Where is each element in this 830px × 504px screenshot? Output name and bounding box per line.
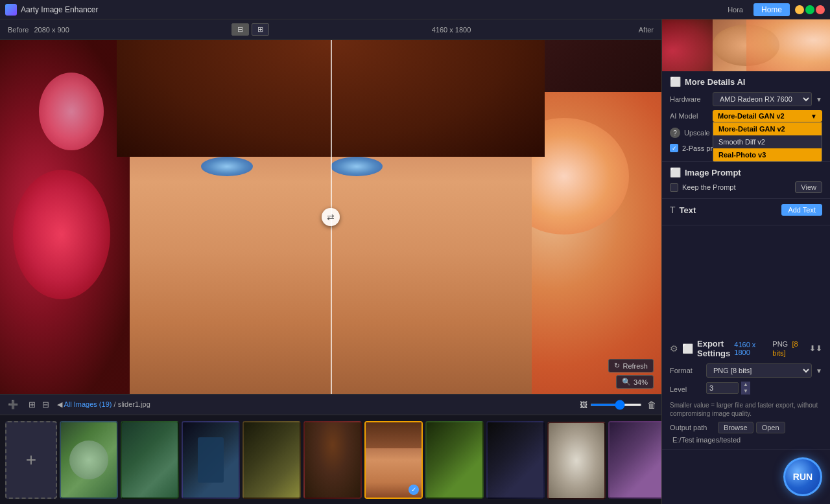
export-icon: ⬜	[682, 343, 693, 354]
titlebar: Aarty Image Enhancer Hora Home	[0, 0, 830, 19]
ai-model-option-real-photo[interactable]: Real-Photo v3	[713, 148, 822, 161]
level-input-group: ▲ ▼	[706, 382, 750, 395]
selected-checkmark: ✓	[409, 485, 419, 495]
run-button[interactable]: RUN	[783, 457, 822, 496]
thumbnail-item-1[interactable]	[60, 421, 118, 499]
ai-model-dropdown: More-Detail GAN v2 ▼ More-Detail GAN v2 …	[713, 110, 822, 122]
ai-model-option-smooth-diff[interactable]: Smooth Diff v2	[713, 135, 822, 148]
format-select[interactable]: PNG [8 bits]	[706, 363, 812, 378]
zoom-button[interactable]: 🔍 34%	[616, 375, 654, 389]
preview-flowers-left	[662, 19, 713, 71]
left-rose	[13, 170, 110, 299]
thumbnail-item-10[interactable]	[608, 421, 661, 499]
level-hint: Smaller value = larger file and faster e…	[670, 401, 822, 418]
thumbnail-item-3[interactable]	[182, 421, 240, 499]
more-details-ai-section: ⬜ More Details AI Hardware AMD Radeon RX…	[662, 71, 830, 162]
image-prompt-icon: ⬜	[670, 167, 681, 178]
image-prompt-section: ⬜ Image Prompt Keep the Prompt View	[662, 162, 830, 199]
export-collapse-icon[interactable]: ⬇⬇	[809, 344, 822, 353]
preview-flowers-right	[746, 19, 831, 71]
keep-prompt-checkbox[interactable]	[670, 183, 678, 192]
ai-model-selected-label: More-Detail GAN v2	[718, 112, 785, 120]
close-button[interactable]	[816, 5, 825, 14]
browse-button[interactable]: Browse	[718, 422, 753, 433]
preview-thumbnail	[662, 19, 830, 71]
resolution-before: 2080 x 900	[34, 26, 69, 34]
thumbnail-item-8[interactable]	[486, 421, 545, 499]
export-gear-icon: ⚙	[670, 343, 678, 354]
thumb-view-buttons: ⊞ ⊟	[26, 398, 52, 411]
thumb-grid-view-button[interactable]: ⊞	[26, 398, 38, 411]
full-view-button[interactable]: ⊞	[252, 23, 269, 36]
thumbnail-item-4[interactable]	[243, 421, 301, 499]
export-format-tag: PNG	[772, 340, 788, 348]
image-toolbar: Before 2080 x 900 ⊟ ⊞ 4160 x 1800 After	[0, 19, 661, 40]
path-current-file: slider1.jpg	[118, 400, 150, 408]
more-details-title: More Details AI	[685, 77, 822, 87]
run-button-container: RUN	[662, 450, 830, 504]
slider-icon: 🖼	[580, 400, 587, 409]
thumbnail-item-7[interactable]	[425, 421, 484, 499]
export-settings-section: ⚙ ⬜ Export Settings 4160 x 1800 PNG [8 b…	[662, 334, 830, 450]
text-section-icon: T	[670, 205, 676, 215]
before-label: Before	[8, 26, 29, 34]
right-panel: ⬜ More Details AI Hardware AMD Radeon RX…	[661, 19, 830, 504]
thumb-strip-view-button[interactable]: ⊟	[40, 398, 52, 411]
ai-model-option-more-detail-gan[interactable]: More-Detail GAN v2	[713, 122, 822, 135]
format-dropdown-arrow: ▼	[816, 367, 822, 374]
keep-prompt-label: Keep the Prompt	[682, 183, 736, 191]
minimize-button[interactable]	[795, 5, 804, 14]
text-section-title: Text	[680, 205, 778, 215]
thumbnail-item-2[interactable]	[121, 421, 179, 499]
delete-button[interactable]: 🗑	[647, 400, 656, 410]
format-label: Format	[670, 367, 702, 374]
two-pass-checkbox[interactable]: ✓	[670, 144, 678, 152]
ai-model-selected[interactable]: More-Detail GAN v2 ▼	[713, 110, 822, 122]
thumbnail-toolbar: ➕ ⊞ ⊟ ◀ All Images (19) / slider1.jpg 🖼 …	[0, 395, 661, 415]
add-image-thumb[interactable]: +	[5, 421, 57, 499]
text-section: T Text Add Text	[662, 199, 830, 225]
thumbnail-path: ◀ All Images (19) / slider1.jpg	[57, 400, 575, 409]
thumbnail-strip: ➕ ⊞ ⊟ ◀ All Images (19) / slider1.jpg 🖼 …	[0, 394, 661, 504]
refresh-icon: ↻	[614, 361, 620, 370]
thumbnail-item-6-selected[interactable]: ✓	[364, 421, 423, 499]
left-rose-2	[39, 73, 104, 150]
hardware-dropdown-icon: ▼	[816, 96, 822, 103]
image-prompt-header: ⬜ Image Prompt	[670, 167, 822, 178]
home-button[interactable]: Home	[753, 3, 790, 16]
maximize-button[interactable]	[805, 5, 814, 14]
output-path-value: E:/Test images/tested	[670, 436, 822, 444]
hardware-row: Hardware AMD Radeon RX 7600 ▼	[670, 92, 822, 106]
thumbnail-item-5[interactable]	[303, 421, 362, 499]
ai-model-label: AI Model	[670, 112, 709, 120]
comparison-handle[interactable]: ⇄	[322, 208, 340, 226]
open-button[interactable]: Open	[756, 422, 785, 433]
level-label: Level	[670, 385, 702, 393]
nav-back-icon[interactable]: ◀	[57, 400, 62, 408]
level-input[interactable]	[706, 382, 739, 394]
after-label: After	[639, 26, 654, 34]
left-eye	[201, 157, 253, 176]
refresh-button[interactable]: ↻ Refresh	[608, 359, 654, 372]
add-text-button[interactable]: Add Text	[781, 204, 822, 216]
hora-label: Hora	[728, 6, 743, 14]
hardware-select[interactable]: AMD Radeon RX 7600	[713, 92, 812, 106]
more-details-icon: ⬜	[670, 76, 681, 87]
add-image-button[interactable]: ➕	[5, 398, 21, 411]
path-all-images[interactable]: All Images (19)	[64, 400, 112, 408]
level-down-button[interactable]: ▼	[741, 388, 750, 395]
help-icon[interactable]: ?	[670, 128, 680, 138]
thumbnail-item-9[interactable]	[547, 422, 606, 499]
app-logo	[5, 4, 17, 16]
zoom-level: 34%	[634, 378, 648, 386]
size-slider-input[interactable]	[590, 404, 642, 406]
view-button[interactable]: View	[795, 181, 822, 193]
output-path-row: Output path Browse Open	[670, 422, 822, 433]
handle-arrows-icon: ⇄	[327, 212, 335, 222]
export-settings-title: Export Settings	[697, 339, 730, 358]
split-view-button[interactable]: ⊟	[231, 23, 249, 36]
panel-spacer	[662, 225, 830, 334]
main-layout: Before 2080 x 900 ⊟ ⊞ 4160 x 1800 After	[0, 19, 830, 504]
level-up-button[interactable]: ▲	[741, 382, 750, 388]
text-section-header: T Text Add Text	[670, 204, 822, 216]
